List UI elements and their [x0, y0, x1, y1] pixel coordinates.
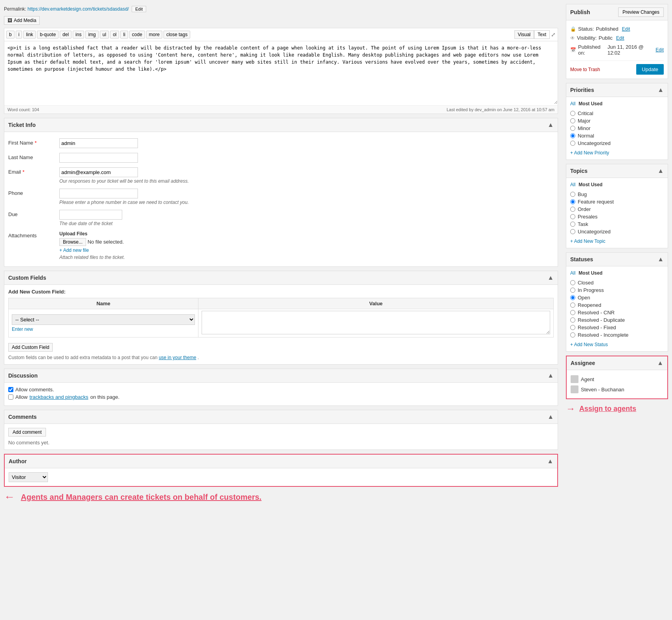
add-new-file-link[interactable]: + Add new file — [59, 248, 89, 253]
priority-uncategorized-radio[interactable] — [570, 141, 575, 146]
allow-trackbacks-checkbox[interactable] — [8, 394, 13, 400]
more-button[interactable]: more — [146, 31, 162, 39]
enter-new-link[interactable]: Enter new — [12, 327, 195, 332]
topic-order-radio[interactable] — [570, 207, 575, 212]
code-button[interactable]: code — [129, 31, 145, 39]
permalink-url[interactable]: https://dev.emarketdesign.com/tickets/sd… — [28, 6, 129, 12]
priorities-tab-all[interactable]: All — [570, 101, 575, 106]
close-tags-button[interactable]: close tags — [163, 31, 190, 39]
last-edited: Last edited by dev_admin on June 12, 201… — [446, 107, 554, 112]
del-button[interactable]: del — [60, 31, 72, 39]
move-to-trash-link[interactable]: Move to Trash — [570, 67, 600, 72]
statuses-tabs: All Most Used — [570, 270, 664, 276]
editor-textarea[interactable]: <p>it is a long established fact that a … — [4, 41, 558, 104]
status-resolved-incomplete-radio[interactable] — [570, 332, 575, 338]
first-name-input[interactable] — [59, 138, 138, 148]
trackbacks-link[interactable]: trackbacks and pingbacks — [29, 394, 88, 400]
status-resolved-duplicate-radio[interactable] — [570, 317, 575, 323]
topic-presales-radio[interactable] — [570, 214, 575, 219]
preview-changes-button[interactable]: Preview Changes — [618, 7, 664, 17]
phone-input[interactable] — [59, 189, 138, 198]
ticket-info-toggle[interactable]: ▲ — [547, 121, 554, 128]
add-new-topic-link[interactable]: + Add New Topic — [570, 238, 606, 244]
topic-presales: Presales — [570, 213, 664, 220]
statuses-list: Closed In Progress Open Reopened — [570, 279, 664, 339]
cf-theme-link[interactable]: use in your theme — [159, 355, 196, 360]
ol-button[interactable]: ol — [110, 31, 119, 39]
ul-button[interactable]: ul — [100, 31, 109, 39]
status-resolved-cnr-radio[interactable] — [570, 310, 575, 315]
text-tab[interactable]: Text — [534, 30, 550, 39]
last-name-input[interactable] — [59, 153, 138, 163]
author-toggle[interactable]: ▲ — [547, 458, 553, 465]
ins-button[interactable]: ins — [73, 31, 84, 39]
li-button[interactable]: li — [120, 31, 128, 39]
priority-minor-radio[interactable] — [570, 126, 575, 131]
due-input[interactable] — [59, 210, 122, 220]
add-new-status-link[interactable]: + Add New Status — [570, 342, 608, 347]
attach-hint: Attach related files to the ticket. — [59, 255, 554, 260]
topics-tab-mostused[interactable]: Most Used — [578, 182, 602, 187]
due-hint: The due date of the ticket — [59, 221, 554, 226]
priorities-tabs: All Most Used — [570, 101, 664, 106]
statuses-tab-mostused[interactable]: Most Used — [578, 270, 602, 276]
update-button[interactable]: Update — [636, 64, 664, 75]
discussion-toggle[interactable]: ▲ — [547, 372, 554, 379]
allow-comments-checkbox[interactable] — [8, 387, 13, 392]
status-closed-radio[interactable] — [570, 280, 575, 285]
topic-task-radio[interactable] — [570, 222, 575, 227]
assignee-toggle[interactable]: ▲ — [657, 360, 663, 367]
cf-row: -- Select -- Enter new — [9, 309, 554, 338]
status-reopened-radio[interactable] — [570, 303, 575, 308]
custom-fields-toggle[interactable]: ▲ — [547, 274, 554, 281]
priority-major-radio[interactable] — [570, 118, 575, 123]
topic-feature-radio[interactable] — [570, 199, 575, 204]
italic-button[interactable]: i — [16, 31, 22, 39]
cf-name-select[interactable]: -- Select -- — [12, 314, 195, 325]
maximize-icon[interactable]: ⤢ — [551, 31, 556, 38]
topic-task: Task — [570, 220, 664, 228]
add-media-button[interactable]: 🖼 Add Media — [4, 16, 40, 25]
status-open-radio[interactable] — [570, 295, 575, 300]
priority-critical-radio[interactable] — [570, 111, 575, 116]
topics-body: All Most Used Bug Feature request Order — [566, 178, 668, 248]
status-resolved-fixed: Resolved - Fixed — [570, 324, 664, 331]
topics-toggle[interactable]: ▲ — [657, 167, 664, 174]
visual-tab[interactable]: Visual — [514, 30, 534, 39]
topic-bug-radio[interactable] — [570, 192, 575, 197]
priorities-title: Priorities — [570, 87, 594, 93]
img-button[interactable]: img — [85, 31, 98, 39]
topic-uncategorized-radio[interactable] — [570, 229, 575, 234]
bquote-button[interactable]: b-quote — [37, 31, 59, 39]
last-name-label: Last Name — [8, 153, 59, 160]
author-select[interactable]: Visitor Admin Agent — [9, 472, 48, 482]
browse-button[interactable]: Browse... — [59, 238, 86, 246]
priority-normal-radio[interactable] — [570, 133, 575, 138]
permalink-edit-button[interactable]: Edit — [132, 6, 146, 12]
priorities-header: Priorities ▲ — [566, 83, 668, 97]
status-edit-link[interactable]: Edit — [622, 26, 630, 32]
priorities-tab-mostused[interactable]: Most Used — [578, 101, 602, 106]
attachments-label: Attachments — [8, 231, 59, 238]
statuses-title: Statuses — [570, 256, 593, 262]
cf-value-cell — [198, 309, 554, 338]
status-inprogress-radio[interactable] — [570, 288, 575, 293]
add-new-priority-link[interactable]: + Add New Priority — [570, 150, 609, 156]
status-resolved-fixed-radio[interactable] — [570, 325, 575, 330]
visibility-row: 👁 Visibility: Public Edit — [570, 33, 664, 42]
comments-toggle[interactable]: ▲ — [547, 413, 554, 420]
published-edit-link[interactable]: Edit — [655, 47, 664, 53]
statuses-tab-all[interactable]: All — [570, 270, 575, 276]
cf-value-textarea[interactable] — [202, 311, 550, 334]
topics-tab-all[interactable]: All — [570, 182, 575, 187]
bold-button[interactable]: b — [6, 31, 15, 39]
priorities-body: All Most Used Critical Major Minor — [566, 97, 668, 160]
statuses-toggle[interactable]: ▲ — [657, 256, 664, 263]
visibility-edit-link[interactable]: Edit — [616, 35, 624, 41]
add-comment-button[interactable]: Add comment — [8, 428, 46, 437]
custom-fields-box: Custom Fields ▲ Add New Custom Field: Na… — [4, 271, 558, 365]
email-input[interactable] — [59, 167, 138, 177]
add-cf-button[interactable]: Add Custom Field — [8, 343, 53, 352]
link-button[interactable]: link — [23, 31, 36, 39]
priorities-toggle[interactable]: ▲ — [657, 86, 664, 94]
